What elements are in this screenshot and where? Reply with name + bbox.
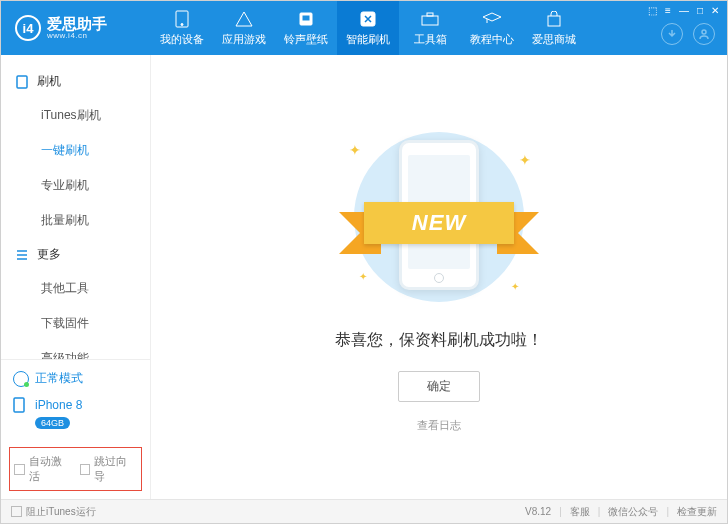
device-info[interactable]: iPhone 8: [13, 397, 138, 413]
app-url: www.i4.cn: [47, 31, 107, 40]
app-name: 爱思助手: [47, 16, 107, 31]
footer: 阻止iTunes运行 V8.12 | 客服 | 微信公众号 | 检查更新: [1, 499, 727, 523]
version-label: V8.12: [525, 506, 551, 517]
sidebar-item-firmware[interactable]: 下载固件: [1, 306, 150, 341]
nav-mall[interactable]: 爱思商城: [523, 1, 585, 55]
phone-icon: [13, 397, 29, 413]
apps-icon: [234, 10, 254, 28]
mall-icon: [544, 10, 564, 28]
logo-icon: i4: [15, 15, 41, 41]
sidebar-item-batch[interactable]: 批量刷机: [1, 203, 150, 238]
view-log-link[interactable]: 查看日志: [417, 418, 461, 433]
control-min[interactable]: —: [679, 5, 689, 16]
support-link[interactable]: 客服: [570, 505, 590, 519]
new-ribbon: NEW: [364, 202, 514, 244]
phone-icon: [15, 75, 29, 89]
checkbox-skip-guide[interactable]: 跳过向导: [80, 454, 138, 484]
ok-button[interactable]: 确定: [398, 371, 480, 402]
update-link[interactable]: 检查更新: [677, 505, 717, 519]
sidebar: 刷机 iTunes刷机 一键刷机 专业刷机 批量刷机 更多 其他工具 下载固件 …: [1, 55, 151, 499]
status-icon: [13, 371, 29, 387]
storage-badge: 64GB: [35, 417, 70, 429]
sidebar-item-pro[interactable]: 专业刷机: [1, 168, 150, 203]
sidebar-group-flash[interactable]: 刷机: [1, 65, 150, 98]
svg-rect-5: [422, 16, 438, 25]
control-close[interactable]: ✕: [711, 5, 719, 16]
download-button[interactable]: [661, 23, 683, 45]
control-skin[interactable]: ⬚: [648, 5, 657, 16]
top-nav: 我的设备 应用游戏 铃声壁纸 智能刷机 工具箱 教程中心 爱思商城: [151, 1, 585, 55]
svg-rect-3: [302, 15, 310, 21]
toolbox-icon: [420, 10, 440, 28]
phone-icon: [172, 10, 192, 28]
nav-device[interactable]: 我的设备: [151, 1, 213, 55]
success-message: 恭喜您，保资料刷机成功啦！: [335, 330, 543, 351]
svg-point-8: [702, 30, 706, 34]
nav-flash[interactable]: 智能刷机: [337, 1, 399, 55]
checkbox-icon: [80, 464, 91, 475]
svg-rect-9: [17, 76, 27, 88]
svg-rect-6: [427, 13, 433, 16]
svg-point-1: [181, 23, 183, 25]
checkbox-auto-activate[interactable]: 自动激活: [14, 454, 72, 484]
sidebar-group-more[interactable]: 更多: [1, 238, 150, 271]
wechat-link[interactable]: 微信公众号: [608, 505, 658, 519]
flash-icon: [358, 10, 378, 28]
flash-options-highlighted: 自动激活 跳过向导: [9, 447, 142, 491]
menu-icon: [15, 248, 29, 262]
checkbox-icon: [11, 506, 22, 517]
success-illustration: ✦ ✦ ✦ ✦ NEW: [329, 122, 549, 312]
user-button[interactable]: [693, 23, 715, 45]
checkbox-block-itunes[interactable]: 阻止iTunes运行: [11, 505, 96, 519]
nav-toolbox[interactable]: 工具箱: [399, 1, 461, 55]
tutorial-icon: [482, 10, 502, 28]
nav-tutorial[interactable]: 教程中心: [461, 1, 523, 55]
sidebar-item-other[interactable]: 其他工具: [1, 271, 150, 306]
header-actions: [661, 23, 715, 45]
device-mode[interactable]: 正常模式: [13, 370, 138, 387]
ringtone-icon: [296, 10, 316, 28]
header: i4 爱思助手 www.i4.cn 我的设备 应用游戏 铃声壁纸 智能刷机 工具…: [1, 1, 727, 55]
svg-rect-7: [548, 16, 560, 26]
checkbox-icon: [14, 464, 25, 475]
window-controls: ⬚ ≡ — □ ✕: [648, 5, 719, 16]
main-panel: ✦ ✦ ✦ ✦ NEW 恭喜您，保资料刷机成功啦！ 确定 查看日志: [151, 55, 727, 499]
sidebar-item-oneclick[interactable]: 一键刷机: [1, 133, 150, 168]
svg-rect-10: [14, 398, 24, 412]
sidebar-item-advanced[interactable]: 高级功能: [1, 341, 150, 359]
control-max[interactable]: □: [697, 5, 703, 16]
nav-ringtone[interactable]: 铃声壁纸: [275, 1, 337, 55]
logo[interactable]: i4 爱思助手 www.i4.cn: [1, 15, 151, 41]
nav-apps[interactable]: 应用游戏: [213, 1, 275, 55]
sidebar-item-itunes[interactable]: iTunes刷机: [1, 98, 150, 133]
control-menu[interactable]: ≡: [665, 5, 671, 16]
